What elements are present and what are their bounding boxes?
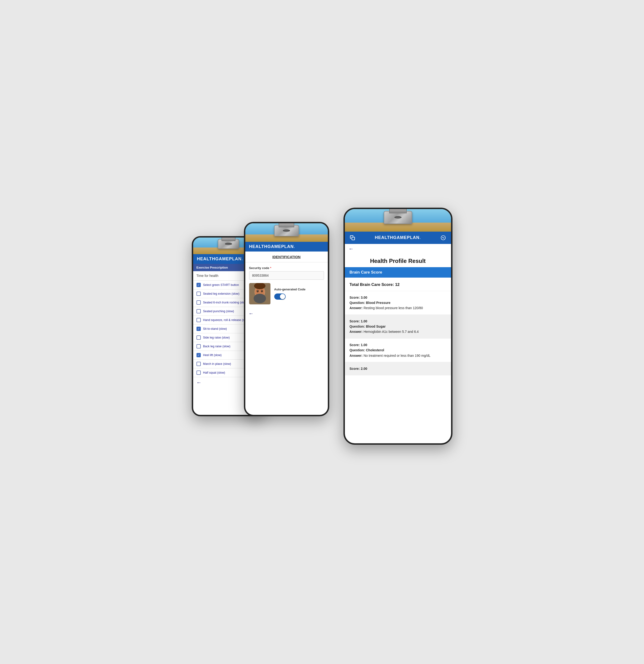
clipboard-header-2 (245, 223, 328, 242)
svg-point-5 (257, 290, 258, 291)
exercise-label-5: Sit-to-stand (slow) (203, 327, 227, 330)
svg-point-7 (254, 294, 266, 303)
question-label-1: Question: Blood Sugar (350, 325, 386, 328)
copy-icon[interactable] (349, 234, 356, 242)
security-label: Security code * (249, 266, 324, 270)
avatar (249, 283, 270, 304)
ai-icon[interactable] (439, 234, 447, 242)
checkbox-1[interactable] (196, 292, 201, 296)
security-row: Auto-generated Code (249, 283, 324, 304)
answer-text-1: Hemoglobin A1c between 5.7 and 6.4 (363, 330, 419, 334)
checkbox-2[interactable] (196, 300, 201, 305)
phone-health-profile: HEALTHGAMEPLAN. ← Health Profile Result … (344, 208, 453, 445)
exercise-label-3: Seated punching (slow) (203, 310, 234, 313)
exercise-label-10: Half squat (slow) (203, 371, 225, 374)
checkbox-4[interactable] (196, 318, 201, 322)
svg-point-6 (262, 290, 262, 291)
answer-text-2: No treatment required or less than 190 m… (363, 354, 431, 357)
app-title-3: HEALTHGAMEPLAN. (375, 235, 421, 240)
identification-title: IDENTIFICATION (245, 251, 328, 263)
toggle-container (274, 293, 306, 299)
clipboard-clip-3 (384, 211, 412, 224)
brain-care-header: Brain Care Score (345, 267, 451, 277)
score-label-0: Score: 3.00 (350, 296, 367, 299)
score-card-1: Score: 1.00 Question: Blood Sugar Answer… (345, 315, 451, 338)
security-section: Security code * 809533864 (245, 263, 328, 308)
checkbox-10[interactable] (196, 371, 201, 375)
score-card-0: Score: 3.00 Question: Blood Pressure Ans… (345, 291, 451, 315)
exercise-label-6: Side leg raise (slow) (203, 336, 230, 339)
score-card-2: Score: 1.00 Question: Cholesterol Answer… (345, 338, 451, 362)
clipboard-header-3 (345, 209, 451, 232)
appbar-3: HEALTHGAMEPLAN. (345, 232, 451, 244)
appbar-2: HEALTHGAMEPLAN. (245, 242, 328, 251)
total-score: Total Brain Care Score: 12 (345, 278, 451, 291)
back-arrow-3[interactable]: ← (345, 244, 451, 254)
checkbox-6[interactable] (196, 335, 201, 340)
checkbox-5[interactable]: ✓ (196, 327, 201, 331)
security-input[interactable]: 809533864 (249, 271, 324, 280)
time-label: Time for health (196, 274, 219, 277)
checkbox-7[interactable] (196, 344, 201, 349)
scene: HEALTHGAMEPLAN. Exercise Prescription Ti… (192, 208, 453, 457)
health-profile-title: Health Profile Result (345, 254, 451, 267)
checkbox-8[interactable]: ✓ (196, 353, 201, 357)
app-title-1: HEALTHGAMEPLAN. (197, 256, 243, 262)
exercise-label-2: Seated 6-inch trunk rocking (slow) (203, 301, 248, 304)
score-label-1: Score: 1.00 (350, 319, 367, 323)
exercise-label-4: Hand squeeze, roll & release (slow) (203, 318, 250, 322)
toggle-switch[interactable] (274, 293, 286, 299)
auto-generated-section: Auto-generated Code (274, 288, 306, 299)
auto-generated-label: Auto-generated Code (274, 288, 306, 291)
answer-text-0: Resting blood pressure less than 120/80 (363, 306, 423, 310)
phone-identification: HEALTHGAMEPLAN. IDENTIFICATION Security … (244, 222, 329, 416)
exercise-label-7: Back leg raise (slow) (203, 345, 230, 348)
score-card-3: Score: 2.00 (345, 362, 451, 375)
exercise-label-9: March in place (slow) (203, 362, 231, 366)
checkbox-0[interactable]: ✓ (196, 283, 201, 287)
clipboard-clip-1 (218, 239, 239, 249)
back-arrow-2[interactable]: ← (245, 308, 328, 319)
exercise-label-8: Heel lift (slow) (203, 353, 222, 357)
checkbox-3[interactable] (196, 309, 201, 313)
checkbox-9[interactable] (196, 362, 201, 366)
svg-rect-9 (352, 237, 355, 240)
score-label-3: Score: 2.00 (350, 367, 367, 371)
question-label-0: Question: Blood Pressure (350, 301, 391, 305)
exercise-label-1: Seated leg extension (slow) (203, 292, 240, 295)
exercise-label-0: Select green START button (203, 283, 239, 287)
score-label-2: Score: 1.00 (350, 343, 367, 347)
clipboard-clip-2 (274, 225, 299, 236)
question-label-2: Question: Cholesterol (350, 348, 384, 352)
app-title-2: HEALTHGAMEPLAN. (249, 244, 295, 249)
